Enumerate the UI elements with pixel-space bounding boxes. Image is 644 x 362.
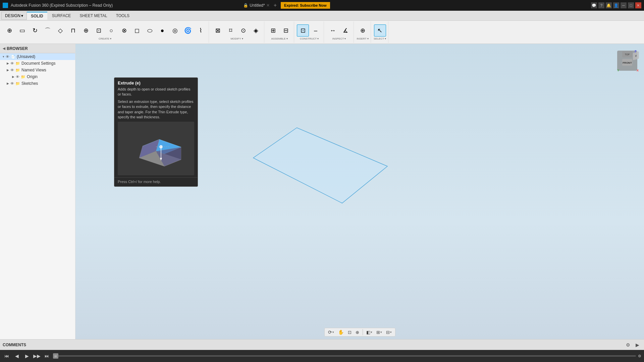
timeline-prev-btn[interactable]: ◀ <box>13 352 21 360</box>
svg-text:X: X <box>637 69 639 72</box>
modify-btn1[interactable]: ⊠ <box>212 24 224 37</box>
timeline-bar: ⏮ ◀ ▶ ▶▶ ⏭ ▤ ⚙ <box>0 350 644 362</box>
modify-btn2[interactable]: ⌑ <box>224 24 236 37</box>
modify-btn4[interactable]: ◈ <box>250 24 262 37</box>
modify-icon3: ⊙ <box>241 27 246 34</box>
construct-label[interactable]: CONSTRUCT ▾ <box>300 37 319 40</box>
inspect-icons: ↔ ∡ <box>327 24 352 37</box>
browser-collapse-btn[interactable]: ◀ <box>3 47 5 50</box>
modify-btn3[interactable]: ⊙ <box>237 24 249 37</box>
web-btn[interactable]: ⊕ <box>80 24 92 37</box>
layout-btn[interactable]: ⊟ ▾ <box>385 329 393 336</box>
revolve-btn[interactable]: ↻ <box>29 24 41 37</box>
viewport[interactable]: Extrude (e) Adds depth to open or closed… <box>75 44 644 339</box>
assemble-icon2: ⊟ <box>283 27 288 34</box>
comment-icon-btn[interactable]: 💬 <box>591 2 597 8</box>
grid-btn[interactable]: ⊞ ▾ <box>375 329 383 336</box>
thread-btn[interactable]: ⊗ <box>118 24 130 37</box>
insert-label[interactable]: INSERT ▾ <box>357 37 368 40</box>
box-btn[interactable]: ◻ <box>131 24 143 37</box>
close-btn[interactable]: ✕ <box>635 2 641 8</box>
tab-solid[interactable]: SOLID <box>27 12 47 20</box>
torus-btn[interactable]: ◎ <box>169 24 181 37</box>
sphere-icon: ● <box>161 27 164 34</box>
inspect-label[interactable]: INSPECT ▾ <box>332 37 346 40</box>
coil-btn[interactable]: 🌀 <box>182 24 194 37</box>
timeline-track[interactable]: ▤ <box>53 355 636 357</box>
orbit-icon: ⟳ <box>328 329 332 335</box>
timeline-end-btn[interactable]: ⏭ <box>43 352 51 360</box>
tab-sheet-metal[interactable]: SHEET METAL <box>75 12 111 20</box>
timeline-thumb[interactable]: ▤ <box>53 353 58 359</box>
tab-tools[interactable]: TOOLS <box>112 12 133 20</box>
zoom-fit-btn[interactable]: ⊡ <box>346 329 353 336</box>
named-views-label: Named Views <box>21 68 46 72</box>
timeline-settings-btn[interactable]: ⚙ <box>638 354 641 358</box>
design-dropdown-btn[interactable]: DESIGN ▾ <box>1 12 27 20</box>
construct-btn1[interactable]: ⊡ <box>297 24 309 37</box>
tooltip-preview <box>118 122 194 175</box>
browser-item-sketches[interactable]: ▶ 👁 📁 Sketches <box>0 80 75 87</box>
construct-icon1: ⊡ <box>301 27 306 34</box>
loft-btn[interactable]: ◇ <box>54 24 66 37</box>
sweep-btn[interactable]: ⌒ <box>42 24 54 37</box>
orbit-btn[interactable]: ⟳ ▾ <box>327 329 335 336</box>
named-views-expand: ▶ <box>7 68 9 72</box>
browser-item-origin[interactable]: ▶ 👁 📁 Origin <box>0 73 75 80</box>
tab-surface[interactable]: SURFACE <box>48 12 75 20</box>
assemble-label-text: ASSEMBLE <box>271 37 285 40</box>
assemble-btn1[interactable]: ⊞ <box>267 24 279 37</box>
timeline-next-btn[interactable]: ▶▶ <box>33 352 41 360</box>
sketches-expand: ▶ <box>7 82 9 85</box>
modify-label[interactable]: MODIFY ▾ <box>230 37 243 40</box>
new-component-btn[interactable]: ⊕ <box>3 24 15 37</box>
inspect-btn1[interactable]: ↔ <box>327 24 339 37</box>
assemble-icon1: ⊞ <box>271 27 276 34</box>
origin-folder-icon: 📁 <box>21 75 25 79</box>
layout-icon: ⊟ <box>386 330 390 335</box>
pipe-btn[interactable]: ⌇ <box>195 24 207 37</box>
inspect-group: ↔ ∡ INSPECT ▾ <box>325 21 354 43</box>
emboss-btn[interactable]: ⊡ <box>93 24 105 37</box>
comments-settings-btn[interactable]: ⚙ <box>624 341 632 349</box>
cylinder-btn[interactable]: ⬭ <box>144 24 156 37</box>
sphere-btn[interactable]: ● <box>156 24 168 37</box>
timeline-play-btn[interactable]: ▶ <box>23 352 31 360</box>
minimize-btn[interactable]: ─ <box>621 2 627 8</box>
comments-expand-btn[interactable]: ▶ <box>633 341 641 349</box>
tab-close-center[interactable]: ✕ <box>266 3 270 8</box>
pan-btn[interactable]: ✋ <box>337 329 345 336</box>
browser-item-named-views[interactable]: ▶ 👁 📁 Named Views <box>0 67 75 73</box>
hole-btn[interactable]: ○ <box>105 24 117 37</box>
timeline-start-btn[interactable]: ⏮ <box>3 352 11 360</box>
axis-cube-svg: FRONT Z X Y TOP R <box>614 47 641 74</box>
browser-item-doc-settings[interactable]: ▶ 👁 📁 Document Settings <box>0 60 75 67</box>
select-label[interactable]: SELECT ▾ <box>374 37 386 40</box>
display-settings-btn[interactable]: ◧ ▾ <box>365 329 374 336</box>
assemble-btn2[interactable]: ⊟ <box>280 24 292 37</box>
create-label-text: CREATE <box>99 37 109 40</box>
select-btn1[interactable]: ↖ <box>374 24 386 37</box>
account-icon-btn[interactable]: 👤 <box>613 2 619 8</box>
construct-btn2[interactable]: – <box>310 24 322 37</box>
insert-btn1[interactable]: ⊕ <box>357 24 369 37</box>
extrude-btn[interactable]: ▭ <box>16 24 28 37</box>
rib-btn[interactable]: ⊓ <box>67 24 79 37</box>
box-icon: ◻ <box>135 27 140 34</box>
inspect-btn2[interactable]: ∡ <box>339 24 352 37</box>
zoom-btn[interactable]: ⊕ <box>354 329 361 336</box>
add-tab-btn[interactable]: + <box>274 2 277 8</box>
assemble-icons: ⊞ ⊟ <box>267 24 292 37</box>
create-label[interactable]: CREATE ▾ <box>99 37 111 40</box>
assemble-label[interactable]: ASSEMBLE ▾ <box>271 37 287 40</box>
orbit-arrow: ▾ <box>332 330 334 334</box>
lock-icon: 🔒 <box>243 3 248 8</box>
browser-item-unsaved[interactable]: ▾ 👁 📄 (Unsaved) <box>0 53 75 60</box>
expired-subscribe-btn[interactable]: Expired: Subscribe Now <box>281 2 330 9</box>
insert-group: ⊕ INSERT ▾ <box>355 21 371 43</box>
notification-icon-btn[interactable]: 🔔 <box>606 2 612 8</box>
comments-controls: ⚙ ▶ <box>624 341 641 349</box>
maximize-btn[interactable]: □ <box>628 2 634 8</box>
construct-icons: ⊡ – <box>297 24 322 37</box>
help-icon-btn[interactable]: ? <box>598 2 604 8</box>
